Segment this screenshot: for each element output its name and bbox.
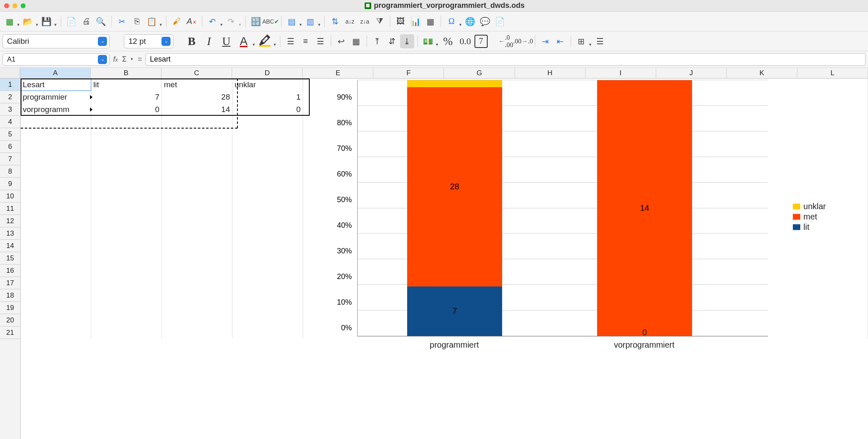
pivot-icon[interactable]: ▦ bbox=[423, 14, 437, 29]
redo-icon[interactable]: ↷ bbox=[224, 14, 238, 29]
cell-D20[interactable] bbox=[232, 314, 303, 327]
dec-decimal-icon[interactable]: ←.0.00 bbox=[498, 33, 514, 50]
row-header-2[interactable]: 2 bbox=[0, 91, 20, 103]
print-preview-icon[interactable]: 🔍 bbox=[94, 14, 108, 29]
embedded-chart[interactable]: 0%10%20%30%40%50%60%70%80%90%100% 728114… bbox=[322, 76, 830, 357]
cell-D6[interactable] bbox=[232, 141, 303, 153]
cell-A20[interactable] bbox=[21, 314, 91, 327]
comment-icon[interactable]: 💬 bbox=[478, 14, 492, 29]
spreadsheet-grid[interactable]: ABCDEFGHIJKL 123456789101112131415161718… bbox=[0, 68, 868, 439]
cell-B10[interactable] bbox=[91, 190, 162, 203]
row-header-18[interactable]: 18 bbox=[0, 289, 20, 302]
cell-A21[interactable] bbox=[21, 327, 91, 339]
cell-C16[interactable] bbox=[162, 265, 232, 277]
col-header-C[interactable]: C bbox=[161, 68, 232, 78]
cell-D13[interactable] bbox=[232, 227, 303, 240]
cell-B13[interactable] bbox=[91, 227, 162, 240]
cell-A7[interactable] bbox=[21, 153, 91, 165]
col-header-E[interactable]: E bbox=[303, 68, 373, 78]
row-header-10[interactable]: 10 bbox=[0, 190, 20, 203]
cell-reference-box[interactable]: A1 ⌄ bbox=[2, 53, 110, 66]
cell-B1[interactable]: lit bbox=[91, 79, 162, 91]
cell-D11[interactable] bbox=[232, 203, 303, 215]
cell-A10[interactable] bbox=[21, 190, 91, 203]
cell-D2[interactable]: 1 bbox=[232, 91, 303, 103]
cell-A6[interactable] bbox=[21, 141, 91, 153]
sum-icon[interactable]: Σ bbox=[122, 55, 127, 64]
image-icon[interactable]: 🖼 bbox=[394, 14, 408, 29]
merge-cells-icon[interactable]: ▦ bbox=[349, 34, 363, 48]
cell-B19[interactable] bbox=[91, 302, 162, 314]
clear-format-icon[interactable]: A✕ bbox=[185, 14, 199, 29]
cell-D18[interactable] bbox=[232, 289, 303, 302]
highlight-button[interactable]: 🖍 bbox=[256, 33, 273, 50]
cell-C7[interactable] bbox=[162, 153, 232, 165]
cell-D9[interactable] bbox=[232, 178, 303, 190]
cell-C13[interactable] bbox=[162, 227, 232, 240]
valign-top-icon[interactable]: ⤒ bbox=[370, 34, 384, 48]
save-icon[interactable]: 💾 bbox=[40, 14, 54, 29]
col-header-I[interactable]: I bbox=[586, 68, 656, 78]
cell-B9[interactable] bbox=[91, 178, 162, 190]
col-header-J[interactable]: J bbox=[656, 68, 727, 78]
cell-A9[interactable] bbox=[21, 178, 91, 190]
date-icon[interactable]: 7 bbox=[474, 35, 488, 48]
cell-C3[interactable]: 14 bbox=[162, 103, 232, 116]
row-icon[interactable]: ▤ bbox=[285, 14, 299, 29]
row-header-20[interactable]: 20 bbox=[0, 314, 20, 327]
close-window-icon[interactable] bbox=[4, 3, 9, 8]
col-header-A[interactable]: A bbox=[20, 68, 91, 78]
cell-D21[interactable] bbox=[232, 327, 303, 339]
col-header-L[interactable]: L bbox=[797, 68, 868, 78]
bold-button[interactable]: B bbox=[183, 33, 200, 50]
cell-B17[interactable] bbox=[91, 277, 162, 289]
cell-D5[interactable] bbox=[232, 128, 303, 141]
row-header-9[interactable]: 9 bbox=[0, 178, 20, 190]
cell-A13[interactable] bbox=[21, 227, 91, 240]
cell-A17[interactable] bbox=[21, 277, 91, 289]
col-icon[interactable]: ▥ bbox=[303, 14, 317, 29]
cell-A1[interactable]: Lesart bbox=[21, 79, 91, 91]
cell-D16[interactable] bbox=[232, 265, 303, 277]
cell-A4[interactable] bbox=[21, 116, 91, 128]
chevron-down-icon[interactable]: ⌄ bbox=[161, 37, 171, 46]
row-header-8[interactable]: 8 bbox=[0, 165, 20, 178]
row-header-1[interactable]: 1 bbox=[0, 79, 20, 91]
row-header-6[interactable]: 6 bbox=[0, 141, 20, 153]
equals-icon[interactable]: = bbox=[138, 55, 142, 64]
cell-B3[interactable]: 0 bbox=[91, 103, 162, 116]
row-header-4[interactable]: 4 bbox=[0, 116, 20, 128]
cell-D19[interactable] bbox=[232, 302, 303, 314]
row-header-16[interactable]: 16 bbox=[0, 265, 20, 277]
cell-C11[interactable] bbox=[162, 203, 232, 215]
cell-B6[interactable] bbox=[91, 141, 162, 153]
align-right-icon[interactable]: ☰ bbox=[313, 34, 327, 48]
fx-icon[interactable]: fx bbox=[113, 55, 118, 64]
cell-D4[interactable] bbox=[232, 116, 303, 128]
cell-D12[interactable] bbox=[232, 215, 303, 227]
cell-D3[interactable]: 0 bbox=[232, 103, 303, 116]
cell-C4[interactable] bbox=[162, 116, 232, 128]
cell-B2[interactable]: 7 bbox=[91, 91, 162, 103]
col-header-F[interactable]: F bbox=[373, 68, 444, 78]
col-header-D[interactable]: D bbox=[232, 68, 303, 78]
cell-B4[interactable] bbox=[91, 116, 162, 128]
cell-B18[interactable] bbox=[91, 289, 162, 302]
cut-icon[interactable]: ✂ bbox=[115, 14, 129, 29]
paste-icon[interactable]: 📋 bbox=[145, 14, 159, 29]
copy-icon[interactable]: ⎘ bbox=[130, 14, 144, 29]
cell-D7[interactable] bbox=[232, 153, 303, 165]
row-header-11[interactable]: 11 bbox=[0, 203, 20, 215]
sort-icon[interactable]: ⇅ bbox=[328, 14, 342, 29]
chevron-down-icon[interactable]: ⌄ bbox=[98, 55, 107, 64]
italic-button[interactable]: I bbox=[201, 33, 217, 50]
cell-C8[interactable] bbox=[162, 165, 232, 178]
cell-B7[interactable] bbox=[91, 153, 162, 165]
row-header-21[interactable]: 21 bbox=[0, 327, 20, 339]
cell-D17[interactable] bbox=[232, 277, 303, 289]
cell-B12[interactable] bbox=[91, 215, 162, 227]
cell-A11[interactable] bbox=[21, 203, 91, 215]
cell-A14[interactable] bbox=[21, 240, 91, 252]
row-header-17[interactable]: 17 bbox=[0, 277, 20, 289]
headerfooter-icon[interactable]: 📄 bbox=[493, 14, 507, 29]
